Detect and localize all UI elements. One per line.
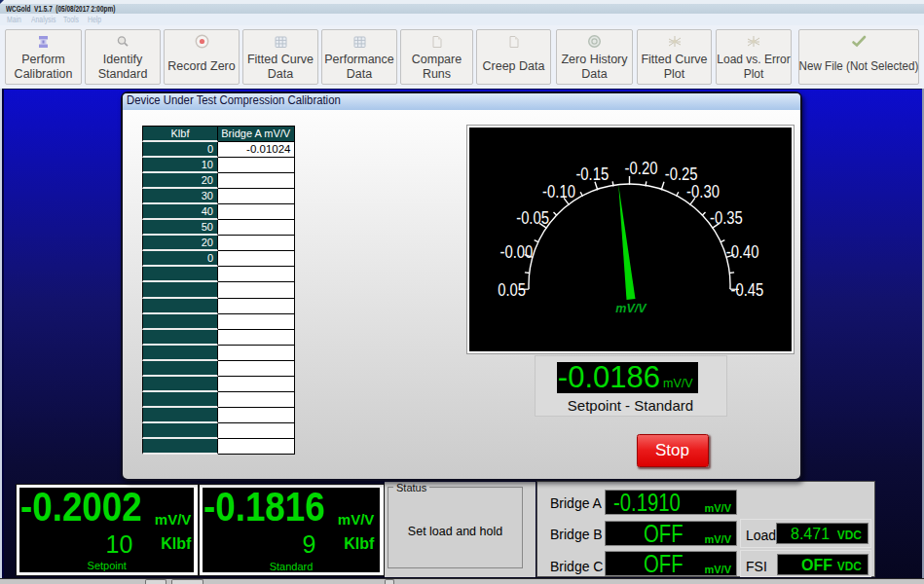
svg-text:-0.20: -0.20: [625, 158, 658, 178]
svg-text:-0.40: -0.40: [726, 241, 759, 262]
svg-text:-0.45: -0.45: [731, 279, 764, 300]
svg-text:-0.10: -0.10: [542, 181, 575, 201]
svg-text:-0.35: -0.35: [710, 207, 743, 228]
svg-text:0.05: 0.05: [498, 279, 526, 300]
svg-text:-0.15: -0.15: [575, 164, 609, 184]
svg-text:mV/V: mV/V: [615, 302, 647, 315]
svg-text:-0.05: -0.05: [516, 207, 549, 228]
svg-text:-0.00: -0.00: [500, 241, 534, 262]
svg-text:-0.30: -0.30: [686, 181, 720, 201]
